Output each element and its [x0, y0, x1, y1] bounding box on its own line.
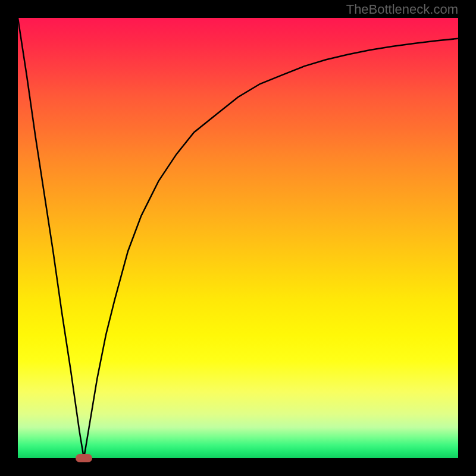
curve-plot: [18, 18, 458, 458]
chart-container: TheBottleneck.com: [0, 0, 476, 476]
bottleneck-curve-line: [18, 18, 458, 458]
minimum-marker: [76, 454, 92, 462]
watermark-text: TheBottleneck.com: [346, 2, 458, 17]
